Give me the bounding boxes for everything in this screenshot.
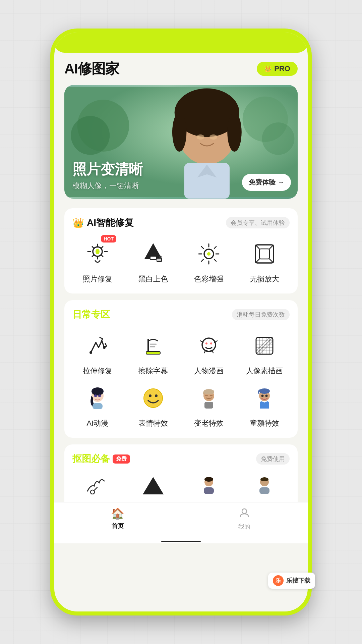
photo-repair-icon xyxy=(86,242,109,266)
colorize-icon xyxy=(141,242,165,266)
profile-icon xyxy=(239,507,250,521)
hero-banner[interactable]: 之后 xyxy=(64,85,298,199)
enhance-icon xyxy=(197,242,221,266)
ai-section-card: 👑 AI智能修复 会员专享、试用体验 xyxy=(64,208,298,293)
daily-section-card: 日常专区 消耗每日免费次数 xyxy=(64,300,298,438)
cutout-item-2[interactable] xyxy=(128,473,178,497)
cutout-icon-4 xyxy=(249,473,280,497)
brush-top-decoration xyxy=(54,33,308,53)
svg-point-50 xyxy=(92,387,104,395)
svg-point-39 xyxy=(210,342,212,344)
svg-line-33 xyxy=(269,259,274,263)
cutout-item-3[interactable] xyxy=(184,473,234,497)
feature-item-expression[interactable]: 表情特效 xyxy=(128,381,178,428)
svg-point-56 xyxy=(155,394,158,397)
feature-item-enlarge[interactable]: 无损放大 xyxy=(239,237,290,284)
feature-item-photo-repair[interactable]: HOT 照片修复 xyxy=(72,237,123,284)
home-icon: 🏠 xyxy=(111,507,124,520)
watermark-badge: 乐 乐搜下载 xyxy=(268,573,315,589)
nav-label-home: 首页 xyxy=(112,522,124,530)
svg-rect-29 xyxy=(259,249,269,259)
feature-icon-wrap-anime xyxy=(81,381,114,415)
svg-rect-36 xyxy=(146,352,160,354)
svg-point-73 xyxy=(242,509,247,514)
cutout-item-1[interactable] xyxy=(72,473,123,497)
feature-item-sketch[interactable]: 人像素描画 xyxy=(239,329,290,376)
daily-feature-grid-row2: AI动漫 表情特效 xyxy=(72,381,290,428)
feature-icon-wrap-enhance xyxy=(192,237,226,271)
nav-item-home[interactable]: 🏠 首页 xyxy=(54,507,181,531)
svg-line-26 xyxy=(201,259,203,261)
cutout-svg-4 xyxy=(253,476,276,494)
feature-label-enhance: 色彩增强 xyxy=(194,274,224,284)
feature-item-erase[interactable]: 擦除字幕 xyxy=(128,329,178,376)
nav-label-profile: 我的 xyxy=(238,523,250,531)
feature-label-sketch: 人像素描画 xyxy=(246,366,283,376)
svg-point-62 xyxy=(261,395,264,397)
hero-cta-button[interactable]: 免费体验 → xyxy=(242,174,291,191)
bottom-navigation: 🏠 首页 我的 xyxy=(54,502,308,541)
svg-line-24 xyxy=(201,247,203,249)
svg-line-30 xyxy=(255,245,259,249)
enlarge-icon xyxy=(253,242,276,266)
feature-item-age[interactable]: 变老特效 xyxy=(184,381,234,428)
feature-icon-wrap-age xyxy=(192,381,226,415)
svg-rect-72 xyxy=(259,487,269,494)
svg-line-65 xyxy=(94,487,97,491)
svg-point-3 xyxy=(172,113,187,152)
svg-point-9 xyxy=(71,116,110,155)
feature-item-stretch[interactable]: 拉伸修复 xyxy=(72,329,123,376)
svg-point-51 xyxy=(94,394,97,397)
cutout-svg-2 xyxy=(141,476,165,494)
app-content: AI修图家 👑 PRO 之后 xyxy=(54,53,308,502)
cutout-icon-1 xyxy=(82,473,113,497)
pro-label: PRO xyxy=(274,64,290,73)
erase-icon xyxy=(141,334,165,358)
svg-point-52 xyxy=(98,394,101,397)
app-header: AI修图家 👑 PRO xyxy=(64,59,298,78)
feature-label-age: 变老特效 xyxy=(194,418,224,428)
feature-item-colorize[interactable]: 黑白上色 xyxy=(128,237,178,284)
feature-label-photo-repair: 照片修复 xyxy=(83,274,112,284)
phone-frame: AI修图家 👑 PRO 之后 xyxy=(50,29,312,615)
cutout-item-4[interactable] xyxy=(239,473,290,497)
svg-point-4 xyxy=(227,113,242,152)
feature-item-young[interactable]: 童颜特效 xyxy=(239,381,290,428)
svg-rect-69 xyxy=(204,487,214,494)
svg-line-25 xyxy=(214,247,216,249)
svg-rect-15 xyxy=(150,256,156,260)
cutout-icon-2 xyxy=(138,473,168,497)
feature-label-anime: AI动漫 xyxy=(87,418,109,428)
pro-badge[interactable]: 👑 PRO xyxy=(257,62,298,76)
svg-rect-59 xyxy=(204,402,213,409)
feature-icon-wrap-expression xyxy=(136,381,170,415)
svg-point-71 xyxy=(260,477,268,481)
cartoon-icon xyxy=(197,334,221,358)
svg-point-5 xyxy=(196,135,204,140)
age-icon xyxy=(197,386,221,410)
svg-line-31 xyxy=(269,245,274,249)
feature-label-expression: 表情特效 xyxy=(138,418,168,428)
app-title: AI修图家 xyxy=(64,59,119,78)
profile-nav-icon xyxy=(239,507,250,518)
feature-item-anime[interactable]: AI动漫 xyxy=(72,381,123,428)
svg-line-32 xyxy=(255,259,259,263)
cutout-feature-grid xyxy=(72,473,290,497)
svg-point-58 xyxy=(203,389,214,394)
cutout-section-badge: 免费使用 xyxy=(256,453,290,465)
svg-point-19 xyxy=(207,252,210,256)
svg-point-17 xyxy=(159,256,162,258)
feature-item-enhance[interactable]: 色彩增强 xyxy=(184,237,234,284)
feature-item-cartoon[interactable]: 人物漫画 xyxy=(184,329,234,376)
svg-rect-16 xyxy=(157,258,162,262)
svg-marker-66 xyxy=(143,478,163,494)
nav-item-profile[interactable]: 我的 xyxy=(181,507,308,531)
svg-point-34 xyxy=(89,351,92,354)
svg-point-11 xyxy=(262,122,295,155)
hero-text-block: 照片变清晰 模糊人像，一键清晰 xyxy=(72,160,143,191)
feature-label-stretch: 拉伸修复 xyxy=(83,366,112,376)
expression-icon xyxy=(141,386,165,410)
daily-feature-grid-row1: 拉伸修复 擦除字幕 xyxy=(72,329,290,376)
cutout-svg-1 xyxy=(86,476,109,494)
feature-icon-wrap-photo-repair: HOT xyxy=(81,237,114,271)
